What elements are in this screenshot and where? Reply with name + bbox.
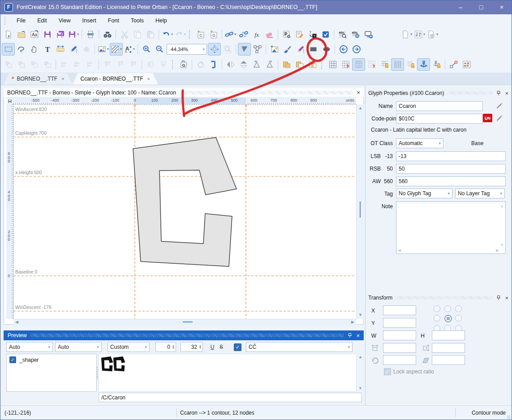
- zoom-level-combo[interactable]: 44,34%▾: [167, 44, 207, 55]
- font-validation-icon[interactable]: [319, 28, 332, 41]
- snap-to-guidelines-icon[interactable]: [365, 58, 378, 71]
- metrics-boxes-icon[interactable]: [460, 58, 473, 71]
- select-mode-icon[interactable]: [2, 43, 15, 56]
- intersect-contours-icon[interactable]: [306, 58, 319, 71]
- show-vertical-metrics-icon[interactable]: [391, 58, 404, 71]
- space-equally-vertical-icon[interactable]: [157, 58, 170, 71]
- rsb-input[interactable]: [396, 164, 506, 174]
- show-grid-icon[interactable]: [326, 58, 339, 71]
- scroll-left-icon[interactable]: ◀: [398, 248, 401, 253]
- origin-radio[interactable]: [434, 315, 440, 321]
- scroll-right-icon[interactable]: ▶: [496, 248, 499, 253]
- bring-forward-icon[interactable]: [28, 58, 41, 71]
- glyph-tag-dropdown[interactable]: No Glyph Tag▾: [396, 189, 452, 198]
- glyph-name-input[interactable]: [396, 101, 483, 111]
- knife-tool-icon[interactable]: [67, 43, 80, 56]
- show-guidelines-icon[interactable]: [352, 58, 365, 71]
- align-center-icon[interactable]: [71, 58, 84, 71]
- contour-mode-icon[interactable]: [238, 43, 251, 56]
- undo-icon[interactable]: ▾: [161, 28, 174, 41]
- codepoints-input[interactable]: [396, 114, 483, 124]
- preview-live-checkbox[interactable]: ✓: [234, 343, 241, 351]
- preview-feature-dropdown-2[interactable]: Auto▾: [55, 342, 102, 352]
- underline-button[interactable]: U: [208, 344, 217, 350]
- formula-editor-icon[interactable]: fx: [250, 28, 263, 41]
- origin-radio[interactable]: [455, 315, 462, 321]
- point-connection-icon[interactable]: [447, 58, 460, 71]
- lsb-input[interactable]: [396, 151, 506, 161]
- generate-composites-icon[interactable]: ▾: [224, 28, 237, 41]
- font-properties-icon[interactable]: Aa: [28, 28, 41, 41]
- align-middle-icon[interactable]: [114, 58, 127, 71]
- horizontal-scrollbar[interactable]: ◀ ▶: [13, 319, 356, 325]
- fill-tool-icon[interactable]: [80, 43, 93, 56]
- save-font-icon[interactable]: [41, 28, 54, 41]
- skew-tool-icon[interactable]: [207, 58, 220, 71]
- tab-close-icon[interactable]: ×: [147, 76, 150, 81]
- menu-edit[interactable]: Edit: [31, 16, 53, 26]
- find-glyphs-icon[interactable]: [101, 28, 114, 41]
- zoom-region-icon[interactable]: [221, 43, 234, 56]
- preview-scrollbar[interactable]: ▲ ▼: [357, 354, 363, 392]
- aw-input[interactable]: [396, 176, 506, 186]
- save-font-as-icon[interactable]: ▾: [67, 28, 80, 41]
- transform-w-input[interactable]: [383, 330, 416, 340]
- tab-glyph-edit[interactable]: Ccaron - BORNEO__.TTF ×: [73, 73, 158, 85]
- hatch-fill-icon[interactable]: ▾: [110, 43, 123, 56]
- pin-icon[interactable]: [496, 295, 501, 300]
- background-image-icon[interactable]: ▾: [97, 43, 110, 56]
- letter-spacing-spinner[interactable]: 0▲▼: [155, 342, 176, 352]
- preview-path-input[interactable]: /C/Ccaron: [99, 393, 362, 402]
- export-font-icon[interactable]: [362, 28, 375, 41]
- text-tool-icon[interactable]: T: [41, 43, 54, 56]
- menu-font[interactable]: Font: [102, 16, 125, 26]
- align-right-icon[interactable]: [84, 58, 97, 71]
- draw-rectangle-icon[interactable]: [307, 43, 320, 56]
- scale-width-input[interactable]: [383, 343, 416, 353]
- resize-grip[interactable]: [507, 416, 511, 419]
- preview-mode-dropdown[interactable]: Custom▾: [108, 342, 150, 352]
- redo-icon[interactable]: ▾: [174, 28, 187, 41]
- bring-to-front-icon[interactable]: [41, 58, 54, 71]
- new-font-icon[interactable]: F: [2, 28, 15, 41]
- free-transform-icon[interactable]: [194, 58, 207, 71]
- draw-contour-pencil-icon[interactable]: [294, 43, 307, 56]
- exclude-contours-icon[interactable]: [293, 58, 306, 71]
- lock-vertical-metrics-icon[interactable]: [404, 58, 417, 71]
- previous-glyph-icon[interactable]: [337, 43, 350, 56]
- test-font-icon[interactable]: abc: [349, 28, 362, 41]
- scroll-right-icon[interactable]: ▶: [351, 320, 354, 324]
- scroll-down-icon[interactable]: ▼: [358, 313, 362, 317]
- edit-metrics-icon[interactable]: [293, 28, 306, 41]
- scroll-down-icon[interactable]: ▼: [358, 386, 362, 390]
- freehand-tool-icon[interactable]: [15, 43, 28, 56]
- open-font-icon[interactable]: [15, 28, 28, 41]
- zoom-in-icon[interactable]: [140, 43, 153, 56]
- font-size-spinner[interactable]: 32▲▼: [181, 342, 203, 352]
- copy-icon[interactable]: [131, 28, 144, 41]
- shaper-checkbox[interactable]: ✓: [9, 356, 16, 363]
- scroll-left-icon[interactable]: ◀: [15, 320, 18, 324]
- align-top-icon[interactable]: [101, 58, 114, 71]
- preview-feature-dropdown-1[interactable]: Auto▾: [6, 342, 53, 352]
- snap-to-grid-icon[interactable]: [339, 58, 352, 71]
- preview-canvas[interactable]: [99, 354, 357, 392]
- horizontal-scroll-thumb[interactable]: [183, 321, 193, 322]
- paste-icon[interactable]: [144, 28, 157, 41]
- weld-contours-icon[interactable]: [280, 58, 293, 71]
- brush-tool-icon[interactable]: [281, 43, 294, 56]
- show-anchors-icon[interactable]: [417, 58, 430, 71]
- origin-radio[interactable]: [444, 305, 451, 312]
- scroll-up-icon[interactable]: ▲: [500, 204, 504, 208]
- layer-tag-dropdown[interactable]: No Layer Tag▾: [455, 189, 505, 198]
- next-glyph-icon[interactable]: [350, 43, 363, 56]
- print-icon[interactable]: [84, 28, 97, 41]
- cut-icon[interactable]: [118, 28, 131, 41]
- sort-glyphs-icon[interactable]: ▾: [413, 28, 426, 41]
- menu-tools[interactable]: Tools: [125, 16, 150, 26]
- scroll-up-icon[interactable]: ▲: [358, 106, 362, 110]
- panel-close-icon[interactable]: ×: [356, 332, 360, 339]
- align-left-icon[interactable]: [58, 58, 71, 71]
- note-textarea[interactable]: ▲ ▼ ◀ ▶: [396, 201, 506, 254]
- vertical-scrollbar[interactable]: ▲ ▼: [356, 104, 364, 319]
